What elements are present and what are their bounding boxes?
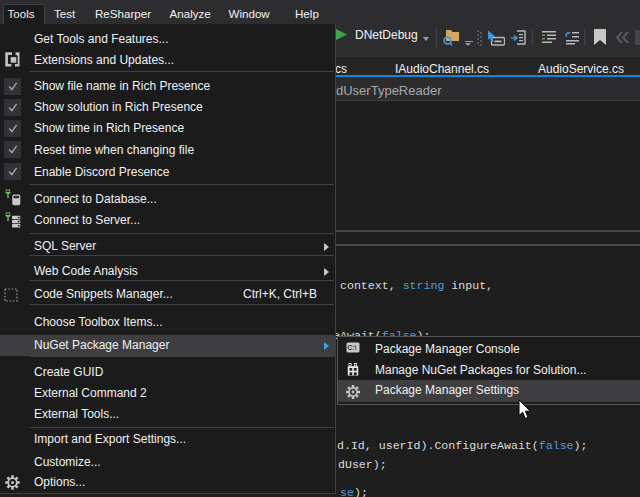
svg-text:C:\: C:\ [348,344,357,351]
